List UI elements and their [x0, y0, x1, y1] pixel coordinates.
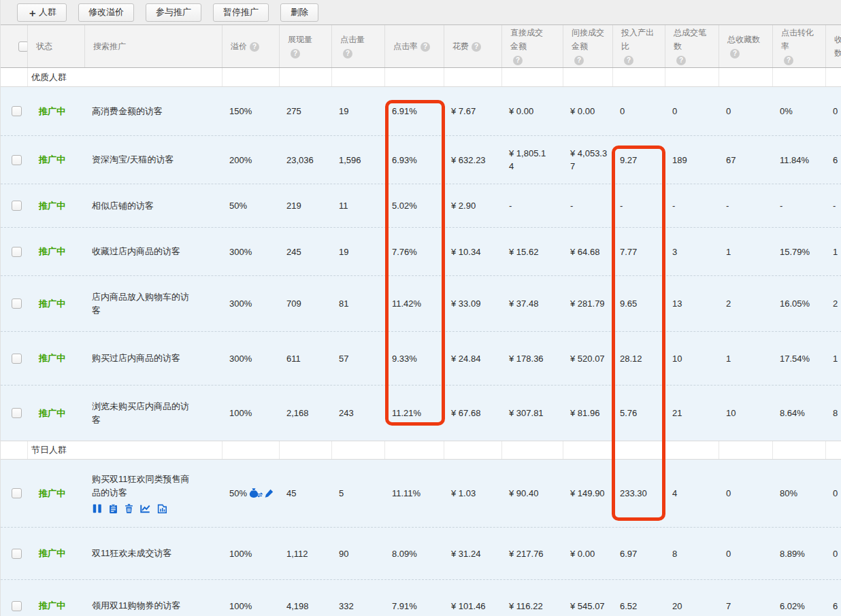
help-icon[interactable]: ? [730, 49, 740, 58]
status-badge: 推广中 [35, 407, 65, 420]
delete-button[interactable]: 删除 [280, 3, 318, 22]
pause-promotion-button[interactable]: 暂停推广 [213, 3, 269, 22]
col-header-select [1, 25, 28, 67]
cell-conversion: 0% [773, 106, 826, 116]
status-badge: 推广中 [35, 245, 65, 258]
help-icon[interactable]: ? [343, 49, 352, 58]
cell-direct: ¥ 1,805.14 [502, 147, 563, 173]
cell-extra: 6 [826, 155, 841, 165]
delete-icon[interactable] [124, 503, 134, 514]
premium-value: 100% [229, 549, 252, 559]
premium-value: 300% [229, 247, 252, 257]
cell-roi: 7.77 [613, 247, 665, 257]
trend-icon[interactable] [139, 503, 151, 514]
cell-impressions: 245 [280, 247, 332, 257]
cell-orders: 3 [665, 247, 719, 257]
report-icon[interactable] [108, 503, 118, 514]
cell-indirect: ¥ 149.90 [563, 487, 613, 500]
row-checkbox[interactable] [12, 106, 22, 116]
cell-impressions: 611 [280, 354, 332, 364]
table-row: 推广中店内商品放入购物车的访客300%7098111.42%¥ 33.09¥ 3… [1, 275, 841, 331]
help-icon[interactable]: ? [624, 56, 633, 65]
help-icon[interactable]: ? [676, 56, 686, 65]
row-checkbox[interactable] [12, 408, 22, 418]
status-badge: 推广中 [35, 298, 65, 310]
cell-ctr: 7.76% [385, 247, 444, 257]
col-header-total-favorites: 总收藏数? [719, 25, 773, 67]
modify-premium-button[interactable]: 修改溢价 [78, 3, 134, 22]
table-row: 推广中购买过店内商品的访客300%611579.33%¥ 24.84¥ 178.… [1, 331, 841, 385]
promotion-name: 双11狂欢未成交访客 [92, 547, 172, 560]
cell-cost: ¥ 10.34 [444, 247, 502, 257]
promotion-name: 购买双11狂欢同类预售商品的访客 [92, 473, 194, 500]
row-checkbox[interactable] [12, 298, 22, 309]
cell-clicks: 81 [332, 298, 385, 309]
row-checkbox[interactable] [12, 155, 22, 165]
chart-icon[interactable] [156, 503, 167, 514]
premium-value: 50% [229, 488, 247, 498]
select-all-checkbox[interactable] [18, 41, 28, 52]
col-header-total-orders: 总成交笔数? [665, 25, 719, 67]
cell-clicks: 5 [332, 488, 385, 498]
promotion-name: 浏览未购买店内商品的访客 [92, 400, 194, 427]
cell-impressions: 23,036 [280, 155, 332, 165]
cell-direct: ¥ 116.22 [502, 600, 563, 613]
row-checkbox[interactable] [12, 354, 22, 364]
cell-extra: 0 [826, 549, 841, 559]
cell-impressions: 219 [280, 201, 332, 211]
cell-conversion: 11.84% [773, 155, 826, 165]
cell-indirect: ¥ 81.96 [563, 407, 613, 420]
cell-orders: - [665, 201, 719, 211]
row-checkbox[interactable] [12, 247, 22, 257]
status-badge: 推广中 [35, 105, 65, 118]
cell-orders: 4 [665, 488, 719, 498]
pause-icon[interactable] [92, 503, 103, 514]
cell-extra: 0 [826, 488, 841, 498]
row-checkbox[interactable] [12, 488, 22, 498]
status-badge: 推广中 [35, 200, 65, 212]
row-checkbox[interactable] [12, 201, 22, 211]
promotion-name: 领用双11购物券的访客 [92, 599, 181, 613]
table-row: 推广中高消费金额的访客150%275196.91%¥ 7.67¥ 0.00¥ 0… [1, 87, 841, 135]
help-icon[interactable]: ? [513, 56, 523, 65]
col-header-direct-amount: 直接成交金额? [502, 25, 563, 67]
cell-roi: 6.52 [613, 601, 665, 611]
cell-conversion: 17.54% [773, 354, 826, 364]
help-icon[interactable]: ? [784, 56, 793, 65]
col-header-conversion-rate: 点击转化率? [773, 25, 826, 67]
edit-premium-icon[interactable] [264, 488, 274, 498]
cell-indirect: ¥ 520.07 [563, 352, 613, 365]
cell-orders: 20 [665, 601, 719, 611]
join-promotion-button[interactable]: 参与推广 [146, 3, 201, 22]
help-icon[interactable]: ? [420, 42, 430, 52]
status-badge: 推广中 [35, 600, 65, 612]
cell-favorites: 67 [719, 155, 773, 165]
help-icon[interactable]: ? [291, 49, 300, 58]
cell-impressions: 4,198 [280, 601, 332, 611]
row-checkbox[interactable] [12, 549, 22, 559]
promotion-name: 收藏过店内商品的访客 [92, 245, 180, 258]
group-label: 优质人群 [28, 68, 222, 86]
premium-value: 100% [229, 408, 252, 418]
cell-orders: 13 [665, 298, 719, 309]
col-header-premium: 溢价? [222, 25, 280, 67]
cell-roi: 9.27 [613, 155, 665, 165]
help-icon[interactable]: ? [574, 56, 584, 65]
status-badge: 推广中 [35, 154, 65, 166]
cell-clicks: 11 [332, 201, 385, 211]
col-header-clipped: 收数 [826, 25, 841, 67]
cell-orders: 0 [665, 106, 719, 116]
cell-indirect: ¥ 4,053.37 [563, 147, 613, 173]
cell-clicks: 90 [332, 549, 385, 559]
add-crowd-button[interactable]: ＋人群 [17, 3, 67, 22]
row-checkbox[interactable] [12, 601, 22, 611]
premium-value: 300% [229, 354, 252, 364]
cell-roi: 0 [613, 106, 665, 116]
premium-coin-icon[interactable] [248, 487, 263, 499]
help-icon[interactable]: ? [472, 42, 481, 52]
cell-conversion: 8.64% [773, 408, 826, 418]
promotion-name: 相似店铺的访客 [92, 199, 154, 213]
cell-extra: 8 [826, 408, 841, 418]
col-header-clicks: 点击量? [332, 25, 385, 67]
help-icon[interactable]: ? [250, 42, 259, 52]
